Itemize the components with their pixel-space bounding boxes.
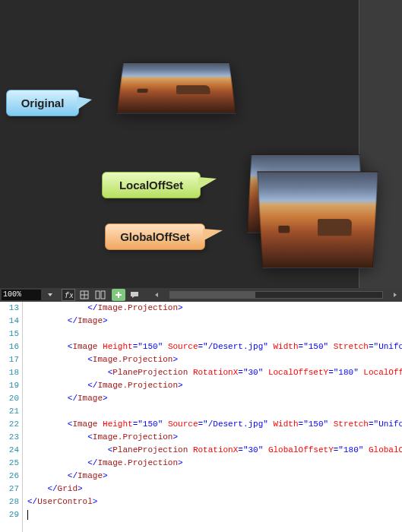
callout-local: LocalOffSet: [102, 172, 201, 198]
effects-toggle-button[interactable]: fx: [62, 289, 75, 301]
svg-rect-4: [96, 291, 100, 299]
callout-label: GlobalOffSet: [120, 230, 190, 243]
grid-toggle-button[interactable]: [78, 289, 91, 301]
comment-button[interactable]: [128, 289, 141, 301]
scroll-left-button[interactable]: [150, 289, 163, 301]
add-button[interactable]: [112, 289, 125, 301]
zoom-level-input[interactable]: 100%: [2, 290, 41, 300]
scroll-right-button[interactable]: [388, 289, 402, 301]
zoom-dropdown-button[interactable]: [43, 289, 57, 301]
line-gutter: 1314151617181920212223242526272829: [0, 302, 23, 532]
preview-image-global: [257, 171, 378, 268]
designer-surface: Original LocalOffSet GlobalOffSet: [0, 0, 402, 288]
preview-image-original: [116, 62, 236, 113]
code-editor[interactable]: 1314151617181920212223242526272829 </Ima…: [0, 302, 402, 532]
horizontal-scrollbar[interactable]: [169, 291, 383, 299]
callout-label: LocalOffSet: [119, 179, 183, 192]
snap-toggle-button[interactable]: [93, 289, 107, 301]
svg-text:fx: fx: [65, 292, 73, 299]
callout-global: GlobalOffSet: [105, 223, 205, 250]
callout-label: Original: [21, 97, 65, 109]
svg-rect-5: [101, 291, 105, 299]
code-content[interactable]: </Image.Projection>​ </Image>​​ <Image H…: [23, 302, 402, 532]
callout-original: Original: [6, 90, 79, 116]
designer-toolbar: 100% fx: [0, 288, 402, 302]
svg-rect-8: [131, 292, 138, 296]
